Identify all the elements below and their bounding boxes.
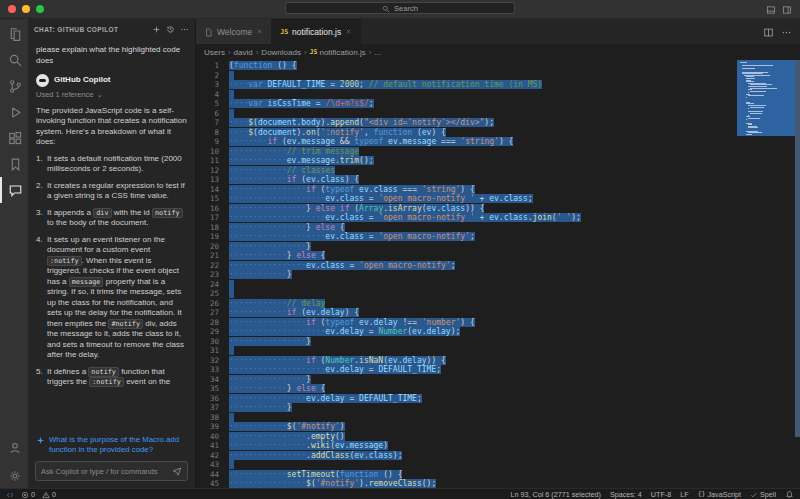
activity-item-bookmarks[interactable] — [0, 151, 28, 177]
close-window-button[interactable] — [8, 5, 16, 13]
activity-item-settings[interactable] — [0, 462, 28, 488]
code-line[interactable]: 17····················ev.class = 'open m… — [196, 213, 737, 223]
breadcrumb-item[interactable]: Downloads — [261, 48, 301, 57]
code-line[interactable]: 31 — [196, 346, 737, 356]
line-number: 29 — [196, 327, 226, 337]
list-number: 4. — [36, 235, 47, 361]
code-line[interactable]: 22················ev.class = 'open macro… — [196, 261, 737, 271]
code-line[interactable]: 8····$(document).on(':notify', function … — [196, 128, 737, 138]
status-indentation[interactable]: Spaces: 4 — [610, 490, 642, 499]
status-notifications[interactable] — [785, 489, 794, 499]
breadcrumb-item[interactable]: ... — [374, 48, 381, 57]
inline-code: notify — [88, 367, 119, 377]
code-viewport[interactable]: 1(function () {2 3····var DEFAULT_TIME =… — [196, 60, 737, 488]
code-line[interactable]: 39············$('#notify') — [196, 422, 737, 432]
minimap[interactable] — [737, 60, 795, 488]
inline-code: :notify — [89, 377, 124, 387]
followup-suggestion[interactable]: What is the purpose of the Macro.add fun… — [28, 431, 195, 458]
code-line[interactable]: 5····var isCssTime = /\d+m?s$/; — [196, 99, 737, 109]
code-line[interactable]: 38 — [196, 413, 737, 423]
code-line[interactable]: 18················} else { — [196, 223, 737, 233]
close-icon[interactable] — [256, 28, 263, 35]
code-line[interactable]: 7····$(document.body).append("<div id='n… — [196, 118, 737, 128]
code-line[interactable]: 44············setTimeout(function () { — [196, 470, 737, 480]
activity-item-chat[interactable] — [0, 177, 28, 203]
chat-input[interactable] — [41, 467, 168, 476]
code-editor[interactable]: 1(function () {2 3····var DEFAULT_TIME =… — [196, 60, 800, 488]
code-line[interactable]: 27············if (ev.delay) { — [196, 308, 737, 318]
close-icon[interactable] — [345, 28, 352, 35]
code-line[interactable]: 24 — [196, 280, 737, 290]
more-actions-icon[interactable] — [781, 23, 792, 41]
activity-item-source-control[interactable] — [0, 73, 28, 99]
references-toggle[interactable]: Used 1 reference⌄ — [36, 90, 187, 101]
code-line[interactable]: 23············} — [196, 270, 737, 280]
activity-item-run-debug[interactable] — [0, 99, 28, 125]
code-line[interactable]: 6 — [196, 109, 737, 119]
breadcrumb-item[interactable]: JSnotification.js — [310, 48, 366, 57]
tab-welcome[interactable]: Welcome — [196, 19, 272, 44]
code-line[interactable]: 43 — [196, 460, 737, 470]
code-line[interactable]: 45················$('#notify').removeCla… — [196, 479, 737, 488]
status-errors[interactable]: 0 — [21, 489, 35, 498]
code-line[interactable]: 42················.addClass(ev.class); — [196, 451, 737, 461]
explorer-icon — [8, 25, 23, 43]
minimize-window-button[interactable] — [22, 5, 30, 13]
code-line[interactable]: 4 — [196, 90, 737, 100]
code-line[interactable]: 36················ev.delay = DEFAULT_TIM… — [196, 394, 737, 404]
code-line[interactable]: 37············} — [196, 403, 737, 413]
command-center-search[interactable]: Search — [285, 2, 515, 14]
status-encoding[interactable]: UTF-8 — [651, 490, 671, 499]
code-line[interactable]: 9········if (ev.message && typeof ev.mes… — [196, 137, 737, 147]
code-line[interactable]: 40················.empty() — [196, 432, 737, 442]
code-line[interactable]: 2 — [196, 71, 737, 81]
more-icon[interactable] — [180, 20, 189, 38]
zoom-window-button[interactable] — [36, 5, 44, 13]
activity-item-search[interactable] — [0, 47, 28, 73]
code-line[interactable]: 32················if (Number.isNaN(ev.de… — [196, 356, 737, 366]
code-line[interactable]: 14················if (typeof ev.class ==… — [196, 185, 737, 195]
code-line[interactable]: 10············// trim message — [196, 147, 737, 157]
code-line[interactable]: 26············// delay — [196, 299, 737, 309]
activity-item-explorer[interactable] — [0, 21, 28, 47]
status-eol[interactable]: LF — [680, 490, 688, 499]
toggle-panel-icon[interactable] — [766, 0, 776, 18]
code-line[interactable]: 30················} — [196, 337, 737, 347]
code-line[interactable]: 1(function () { — [196, 61, 737, 71]
line-number: 2 — [196, 71, 226, 81]
activity-item-account[interactable] — [0, 434, 28, 460]
code-line[interactable]: 11············ev.message.trim(); — [196, 156, 737, 166]
code-line[interactable]: 20················} — [196, 242, 737, 252]
code-line[interactable]: 12············// classes — [196, 166, 737, 176]
code-line[interactable]: 15····················ev.class = 'open m… — [196, 194, 737, 204]
code-line[interactable]: 28················if (typeof ev.delay !=… — [196, 318, 737, 328]
status-warnings[interactable]: 0 — [42, 489, 56, 498]
code-line[interactable]: 29····················ev.delay = Number(… — [196, 327, 737, 337]
code-line[interactable]: 16················} else if (Array.isArr… — [196, 204, 737, 214]
activity-item-extensions[interactable] — [0, 125, 28, 151]
status-remote[interactable] — [6, 489, 14, 498]
split-editor-icon[interactable] — [763, 23, 774, 41]
breadcrumb-item[interactable]: david — [234, 48, 253, 57]
customize-layout-icon[interactable] — [782, 0, 792, 18]
tab-notification-js[interactable]: JSnotification.js — [272, 19, 361, 44]
overview-ruler — [795, 60, 800, 488]
plus-icon[interactable] — [152, 20, 161, 38]
code-line[interactable]: 41················.wiki(ev.message) — [196, 441, 737, 451]
code-line[interactable]: 34················} — [196, 375, 737, 385]
code-line[interactable]: 21············} else { — [196, 251, 737, 261]
code-line[interactable]: 35············} else { — [196, 384, 737, 394]
code-line[interactable]: 3····var DEFAULT_TIME = 2000; // default… — [196, 80, 737, 90]
history-icon[interactable] — [166, 20, 175, 38]
line-number: 7 — [196, 118, 226, 128]
code-line[interactable]: 33····················ev.delay = DEFAULT… — [196, 365, 737, 375]
javascript-file-icon: JS — [310, 48, 318, 56]
status-spell[interactable]: Spell — [750, 489, 776, 498]
breadcrumb-item[interactable]: Users — [204, 48, 225, 57]
status-language-mode[interactable]: {}JavaScript — [698, 490, 741, 499]
code-line[interactable]: 13············if (ev.class) { — [196, 175, 737, 185]
send-icon[interactable] — [172, 466, 182, 476]
code-line[interactable]: 25 — [196, 289, 737, 299]
code-line[interactable]: 19····················ev.class = 'open m… — [196, 232, 737, 242]
status-cursor-position[interactable]: Ln 93, Col 6 (2771 selected) — [511, 490, 601, 499]
